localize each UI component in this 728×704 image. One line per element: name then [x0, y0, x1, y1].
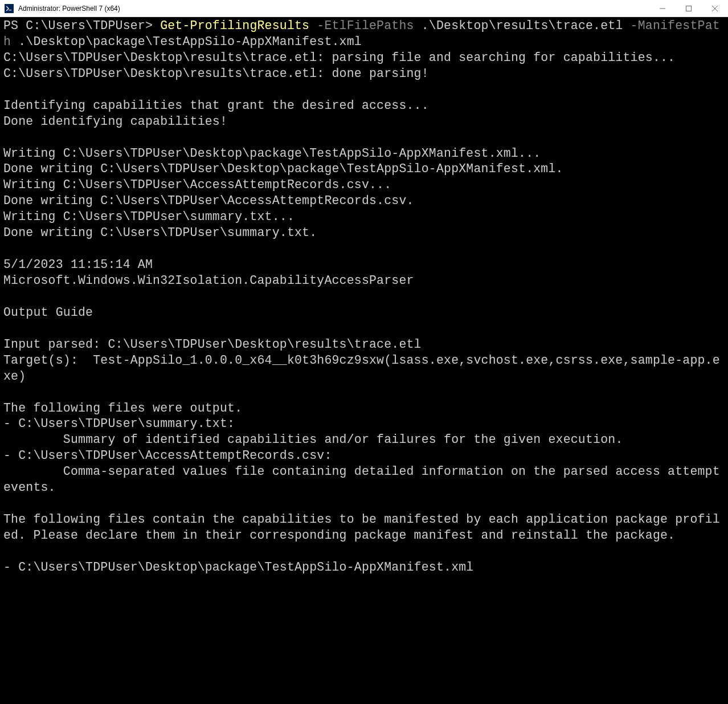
- param2-value: .\Desktop\package\TestAppSilo-AppXManife…: [11, 35, 362, 48]
- titlebar-left: Administrator: PowerShell 7 (x64): [5, 4, 120, 13]
- prompt: PS C:\Users\TDPUser>: [3, 19, 160, 32]
- minimize-button[interactable]: [649, 0, 676, 17]
- window-title: Administrator: PowerShell 7 (x64): [18, 5, 120, 13]
- terminal-area[interactable]: PS C:\Users\TDPUser> Get-ProfilingResult…: [0, 17, 728, 577]
- powershell-icon: [5, 4, 14, 13]
- maximize-button[interactable]: [676, 0, 702, 17]
- param1-value: .\Desktop\results\trace.etl: [414, 19, 631, 32]
- command-name: Get-ProfilingResults: [160, 19, 309, 32]
- param1-name: -EtlFilePaths: [309, 19, 414, 32]
- titlebar[interactable]: Administrator: PowerShell 7 (x64): [0, 0, 728, 17]
- svg-rect-2: [686, 6, 692, 11]
- window-controls: [649, 0, 728, 17]
- close-button[interactable]: [702, 0, 728, 17]
- terminal-output: C:\Users\TDPUser\Desktop\results\trace.e…: [3, 51, 727, 574]
